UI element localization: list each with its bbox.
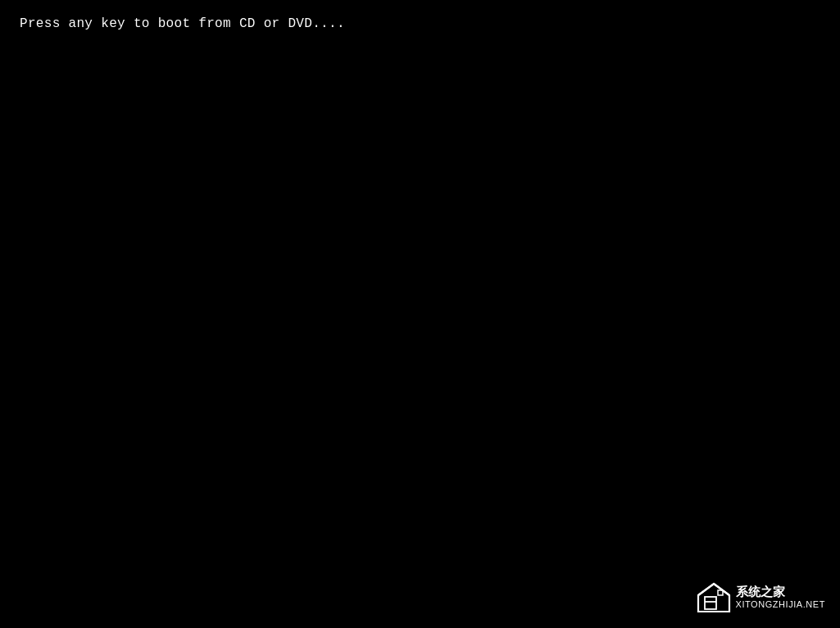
watermark-site-name-cn: 系统之家 (736, 585, 825, 599)
watermark-text-container: 系统之家 XITONGZHIJIA.NET (736, 585, 825, 610)
boot-screen: Press any key to boot from CD or DVD....… (0, 0, 840, 628)
boot-prompt-text: Press any key to boot from CD or DVD.... (20, 16, 345, 31)
svg-marker-0 (698, 584, 729, 612)
svg-rect-1 (705, 597, 716, 609)
watermark-site-url: XITONGZHIJIA.NET (736, 599, 825, 610)
svg-rect-3 (718, 590, 723, 595)
watermark-container: 系统之家 XITONGZHIJIA.NET (697, 582, 825, 613)
watermark-logo-icon (697, 582, 731, 613)
